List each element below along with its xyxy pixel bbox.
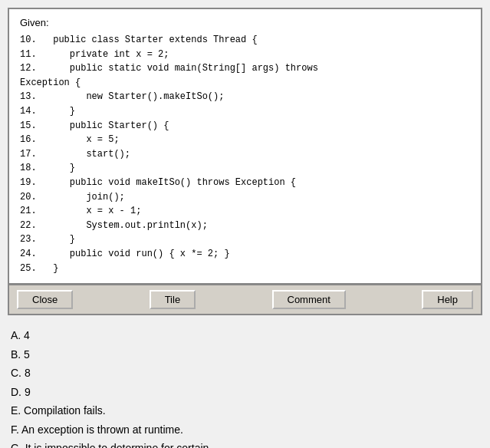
close-button[interactable]: Close xyxy=(17,290,73,309)
code-window: Given: 10. public class Starter extends … xyxy=(8,8,482,285)
answer-f: F. An exception is thrown at runtime. xyxy=(11,420,479,440)
code-block: 10. public class Starter extends Thread … xyxy=(20,33,470,283)
help-button[interactable]: Help xyxy=(422,290,473,309)
given-label: Given: xyxy=(20,17,470,28)
tile-button[interactable]: Tile xyxy=(150,290,196,309)
comment-button[interactable]: Comment xyxy=(272,290,346,309)
answer-a: A. 4 xyxy=(11,326,479,345)
answer-e: E. Compilation fails. xyxy=(11,401,479,420)
answer-d: D. 9 xyxy=(11,383,479,402)
answer-b: B. 5 xyxy=(11,345,479,364)
answer-g: G. It is impossible to determine for cer… xyxy=(11,439,479,448)
toolbar: Close Tile Comment Help xyxy=(8,285,482,315)
answers-section: A. 4 B. 5 C. 8 D. 9 E. Compilation fails… xyxy=(8,326,482,448)
answer-c: C. 8 xyxy=(11,364,479,383)
main-container: Given: 10. public class Starter extends … xyxy=(8,8,482,448)
line-10: 10. public class Starter extends Thread … xyxy=(20,35,318,274)
